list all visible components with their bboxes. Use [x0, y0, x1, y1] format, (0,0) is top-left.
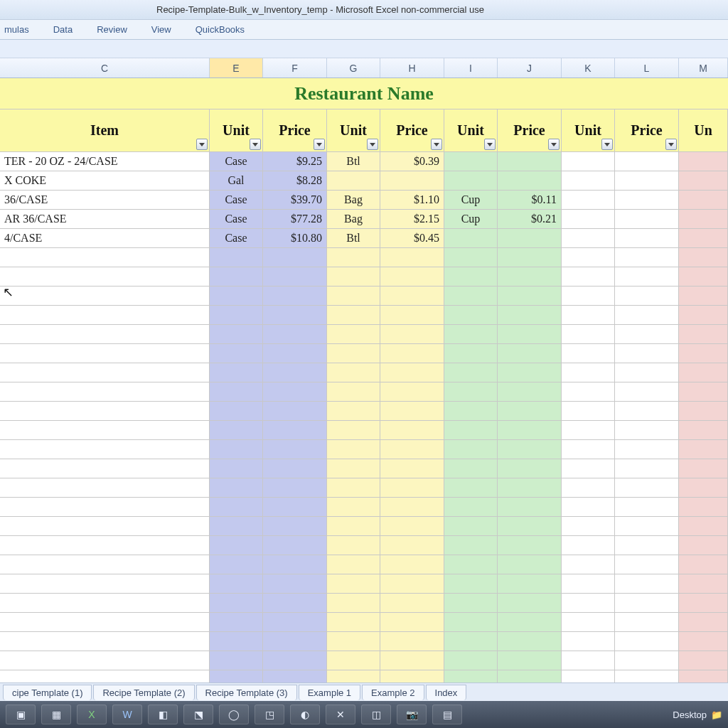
cell[interactable]: [498, 325, 562, 343]
taskbar-word-icon[interactable]: W: [112, 705, 142, 724]
cell[interactable]: [380, 478, 444, 497]
cell[interactable]: [562, 325, 615, 343]
sheet-tab[interactable]: Example 1: [299, 685, 360, 700]
cell[interactable]: [615, 306, 679, 324]
cell[interactable]: X COKE: [0, 171, 210, 190]
header-unit-1[interactable]: Unit: [210, 109, 263, 151]
filter-icon[interactable]: [314, 139, 325, 150]
table-row[interactable]: [0, 325, 728, 344]
cell[interactable]: [444, 229, 498, 247]
cell[interactable]: [263, 498, 327, 516]
cell[interactable]: [210, 267, 263, 286]
cell[interactable]: [380, 517, 444, 535]
cell[interactable]: [327, 498, 380, 516]
cell[interactable]: [615, 555, 679, 574]
cell[interactable]: [0, 402, 210, 420]
cell[interactable]: [263, 517, 327, 535]
cell[interactable]: [380, 325, 444, 343]
cell[interactable]: [498, 536, 562, 555]
cell[interactable]: Bag: [327, 210, 380, 228]
cell[interactable]: [679, 306, 728, 324]
cell[interactable]: [327, 363, 380, 382]
cell[interactable]: [562, 594, 615, 612]
taskbar-chrome-icon[interactable]: ◯: [219, 705, 249, 724]
cell[interactable]: [562, 363, 615, 382]
table-row[interactable]: X COKEGal$8.28: [0, 171, 728, 191]
cell[interactable]: [498, 306, 562, 324]
cell[interactable]: [444, 363, 498, 382]
cell[interactable]: [0, 478, 210, 497]
cell[interactable]: [615, 363, 679, 382]
cell[interactable]: $0.21: [498, 210, 562, 228]
table-row[interactable]: [0, 402, 728, 421]
taskbar-app-icon[interactable]: ⬔: [183, 705, 213, 724]
cell[interactable]: [615, 421, 679, 439]
cell[interactable]: [210, 613, 263, 631]
cell[interactable]: [615, 248, 679, 267]
taskbar-app-icon[interactable]: ▣: [6, 705, 36, 724]
cell[interactable]: [679, 344, 728, 363]
show-desktop[interactable]: Desktop 📁: [673, 710, 722, 720]
cell[interactable]: [615, 210, 679, 228]
cell[interactable]: [679, 651, 728, 670]
table-row[interactable]: [0, 613, 728, 632]
cell[interactable]: [327, 382, 380, 401]
cell[interactable]: [498, 498, 562, 516]
cell[interactable]: [210, 421, 263, 439]
cell[interactable]: TER - 20 OZ - 24/CASE: [0, 152, 210, 171]
cell[interactable]: [444, 574, 498, 593]
cell[interactable]: [327, 440, 380, 459]
cell[interactable]: [615, 267, 679, 286]
cell[interactable]: [263, 306, 327, 324]
cell[interactable]: [210, 344, 263, 363]
taskbar-app-icon[interactable]: ◐: [290, 705, 320, 724]
cell[interactable]: Case: [210, 152, 263, 171]
cell[interactable]: [562, 210, 615, 228]
table-row[interactable]: [0, 287, 728, 306]
cell[interactable]: [562, 498, 615, 516]
cell[interactable]: [327, 344, 380, 363]
cell[interactable]: [263, 459, 327, 478]
cell[interactable]: $0.39: [380, 152, 444, 171]
cell[interactable]: [679, 267, 728, 286]
col-header-m[interactable]: M: [679, 58, 728, 77]
sheet-tab[interactable]: cipe Template (1): [3, 685, 92, 700]
cell[interactable]: [380, 613, 444, 631]
cell[interactable]: [615, 517, 679, 535]
cell[interactable]: [562, 555, 615, 574]
cell[interactable]: [210, 459, 263, 478]
cell[interactable]: [263, 402, 327, 420]
cell[interactable]: [210, 478, 263, 497]
cell[interactable]: [210, 517, 263, 535]
cell[interactable]: [562, 267, 615, 286]
cell[interactable]: [498, 459, 562, 478]
cell[interactable]: [444, 459, 498, 478]
header-unit-4[interactable]: Unit: [562, 109, 615, 151]
cell[interactable]: [210, 574, 263, 593]
cell[interactable]: [562, 536, 615, 555]
table-row[interactable]: [0, 651, 728, 670]
cell[interactable]: [444, 421, 498, 439]
header-item[interactable]: Item: [0, 109, 210, 151]
cell[interactable]: [0, 632, 210, 651]
cell[interactable]: [210, 363, 263, 382]
cell[interactable]: [679, 191, 728, 209]
cell[interactable]: [210, 306, 263, 324]
cell[interactable]: [210, 287, 263, 305]
cell[interactable]: [327, 555, 380, 574]
filter-icon[interactable]: [250, 139, 261, 150]
cell[interactable]: [498, 229, 562, 247]
table-row[interactable]: [0, 248, 728, 267]
cell[interactable]: [679, 632, 728, 651]
cell[interactable]: [615, 574, 679, 593]
cell[interactable]: [263, 440, 327, 459]
cell[interactable]: [498, 632, 562, 651]
cell[interactable]: $0.11: [498, 191, 562, 209]
cell[interactable]: [327, 421, 380, 439]
column-headers[interactable]: C E F G H I J K L M: [0, 58, 728, 78]
ribbon-tab-data[interactable]: Data: [53, 24, 73, 35]
cell[interactable]: [0, 594, 210, 612]
cell[interactable]: [615, 536, 679, 555]
cell[interactable]: [327, 517, 380, 535]
cell[interactable]: [327, 613, 380, 631]
